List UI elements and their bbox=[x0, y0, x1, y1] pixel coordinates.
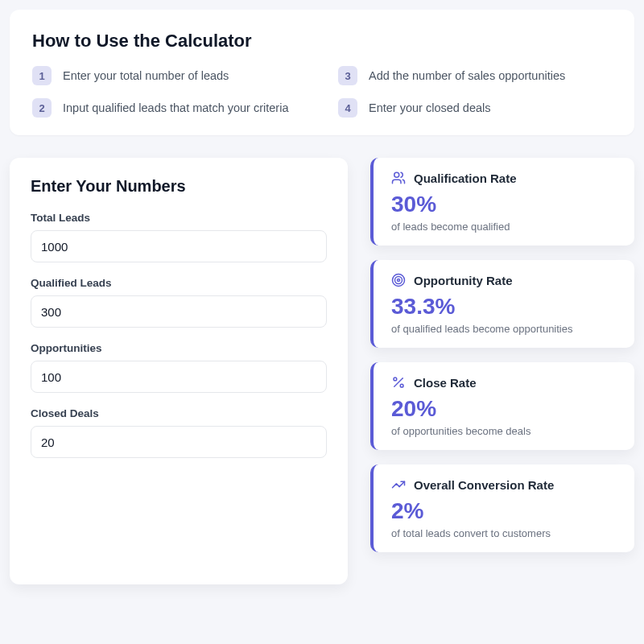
trending-up-icon bbox=[391, 477, 406, 492]
total-leads-input[interactable] bbox=[31, 230, 327, 262]
step-text: Add the number of sales opportunities bbox=[369, 69, 565, 82]
howto-card: How to Use the Calculator 1 Enter your t… bbox=[10, 10, 634, 135]
metric-title: Overall Conversion Rate bbox=[414, 478, 554, 492]
qualified-leads-label: Qualified Leads bbox=[31, 277, 327, 289]
opportunities-label: Opportunities bbox=[31, 342, 327, 354]
opportunities-input[interactable] bbox=[31, 361, 327, 393]
step-number-badge: 3 bbox=[338, 66, 357, 85]
howto-steps: 1 Enter your total number of leads 3 Add… bbox=[32, 66, 612, 118]
svg-line-4 bbox=[394, 378, 403, 387]
metric-close-rate: Close Rate 20% of opportunities become d… bbox=[370, 362, 634, 450]
metric-sub: of leads become qualified bbox=[391, 221, 618, 233]
step-number-badge: 4 bbox=[338, 98, 357, 118]
metric-value: 33.3% bbox=[391, 295, 618, 318]
svg-point-2 bbox=[395, 277, 402, 284]
users-icon bbox=[391, 171, 406, 185]
svg-point-0 bbox=[394, 172, 399, 177]
svg-point-3 bbox=[398, 279, 400, 282]
svg-point-6 bbox=[400, 384, 403, 387]
step-text: Enter your closed deals bbox=[369, 101, 491, 114]
metric-value: 30% bbox=[391, 193, 618, 216]
percent-icon bbox=[391, 375, 406, 390]
metric-title: Qualification Rate bbox=[414, 171, 517, 185]
howto-title: How to Use the Calculator bbox=[32, 31, 612, 52]
metric-sub: of opportunities become deals bbox=[391, 425, 618, 437]
step-number-badge: 1 bbox=[32, 66, 52, 85]
step-number-badge: 2 bbox=[32, 98, 52, 118]
field-qualified-leads: Qualified Leads bbox=[31, 277, 327, 328]
metric-opportunity-rate: Opportunity Rate 33.3% of qualified lead… bbox=[370, 260, 634, 348]
metric-value: 20% bbox=[391, 398, 618, 420]
field-closed-deals: Closed Deals bbox=[31, 407, 327, 458]
enter-numbers-card: Enter Your Numbers Total Leads Qualified… bbox=[10, 158, 348, 584]
field-opportunities: Opportunities bbox=[31, 342, 327, 393]
howto-step: 2 Input qualified leads that match your … bbox=[32, 98, 306, 118]
metric-sub: of qualified leads become opportunities bbox=[391, 323, 618, 335]
svg-point-5 bbox=[394, 378, 397, 381]
closed-deals-label: Closed Deals bbox=[31, 407, 327, 419]
metric-sub: of total leads convert to customers bbox=[391, 527, 618, 539]
metric-qualification-rate: Qualification Rate 30% of leads become q… bbox=[370, 158, 634, 246]
closed-deals-input[interactable] bbox=[31, 426, 327, 458]
metric-overall-conversion-rate: Overall Conversion Rate 2% of total lead… bbox=[370, 464, 634, 552]
step-text: Enter your total number of leads bbox=[63, 69, 229, 82]
metric-title: Opportunity Rate bbox=[414, 274, 513, 287]
field-total-leads: Total Leads bbox=[31, 212, 327, 262]
howto-step: 1 Enter your total number of leads bbox=[32, 66, 306, 85]
target-icon bbox=[391, 273, 406, 287]
howto-step: 3 Add the number of sales opportunities bbox=[338, 66, 612, 85]
qualified-leads-input[interactable] bbox=[31, 295, 327, 328]
metric-title: Close Rate bbox=[414, 376, 477, 390]
step-text: Input qualified leads that match your cr… bbox=[63, 101, 288, 114]
howto-step: 4 Enter your closed deals bbox=[338, 98, 612, 118]
metric-value: 2% bbox=[391, 500, 618, 522]
metrics-column: Qualification Rate 30% of leads become q… bbox=[370, 158, 634, 584]
enter-title: Enter Your Numbers bbox=[31, 177, 327, 196]
total-leads-label: Total Leads bbox=[31, 212, 327, 224]
